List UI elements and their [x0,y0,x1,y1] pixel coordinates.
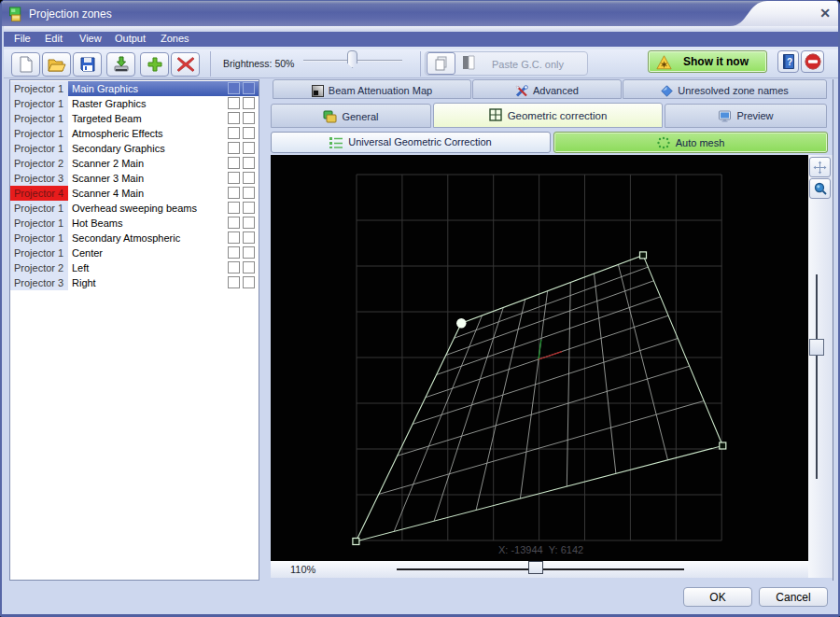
svg-text:?: ? [786,57,791,67]
svg-text:X: -13944 Y: 6142: X: -13944 Y: 6142 [498,544,583,555]
